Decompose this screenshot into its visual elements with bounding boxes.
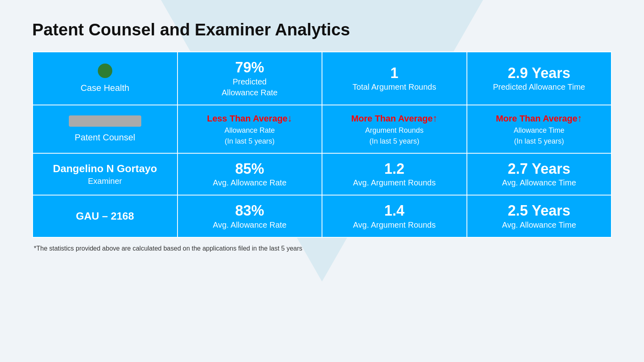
allowance-time-value: 2.9 Years xyxy=(475,65,603,81)
gau-rounds-label: Avg. Argument Rounds xyxy=(330,220,458,230)
examiner-rounds-value: 1.2 xyxy=(330,161,458,177)
gau-time-value: 2.5 Years xyxy=(475,203,603,219)
gau-cell: GAU – 2168 xyxy=(33,195,178,237)
examiner-rounds-label: Avg. Argument Rounds xyxy=(330,178,458,187)
gau-allowance-rate-cell: 83% Avg. Allowance Rate xyxy=(178,195,322,237)
allowance-rate-sub1: Allowance Rate xyxy=(186,126,314,135)
gau-time-label: Avg. Allowance Time xyxy=(475,220,603,230)
argument-rounds-sub1: Argument Rounds xyxy=(330,126,458,135)
gau-allowance-value: 83% xyxy=(186,203,314,219)
total-argument-rounds-cell: 1 Total Argument Rounds xyxy=(322,52,467,105)
case-health-label: Case Health xyxy=(41,83,169,93)
allowance-rate-value: 79% xyxy=(186,60,314,76)
allowance-rate-line1: Predicted xyxy=(186,77,314,86)
allowance-time-label: Predicted Allowance Time xyxy=(475,82,603,92)
examiner-row: Dangelino N Gortayo Examiner 85% Avg. Al… xyxy=(33,153,611,195)
examiner-allowance-label: Avg. Allowance Rate xyxy=(186,178,314,187)
gau-title: GAU – 2168 xyxy=(41,210,169,222)
argument-rounds-value: 1 xyxy=(330,65,458,81)
allowance-time-comparison: More Than Average xyxy=(496,113,582,123)
counsel-allowance-rate-cell: Less Than Average Allowance Rate (In las… xyxy=(178,105,322,153)
allowance-time-sub2: (In last 5 years) xyxy=(475,137,603,146)
gau-allowance-label: Avg. Allowance Rate xyxy=(186,220,314,230)
examiner-time-label: Avg. Allowance Time xyxy=(475,178,603,187)
gau-allowance-time-cell: 2.5 Years Avg. Allowance Time xyxy=(467,195,612,237)
examiner-name: Dangelino N Gortayo xyxy=(41,162,169,175)
gau-row: GAU – 2168 83% Avg. Allowance Rate 1.4 A… xyxy=(33,195,611,237)
counsel-argument-rounds-cell: More Than Average Argument Rounds (In la… xyxy=(322,105,467,153)
argument-rounds-comparison: More Than Average xyxy=(351,113,438,123)
allowance-time-sub1: Allowance Time xyxy=(475,126,603,135)
case-health-cell: Case Health xyxy=(33,52,178,105)
examiner-allowance-time-cell: 2.7 Years Avg. Allowance Time xyxy=(467,153,612,195)
argument-rounds-sub2: (In last 5 years) xyxy=(330,137,458,146)
examiner-allowance-rate-cell: 85% Avg. Allowance Rate xyxy=(178,153,322,195)
counsel-allowance-time-cell: More Than Average Allowance Time (In las… xyxy=(467,105,612,153)
examiner-label: Examiner xyxy=(41,177,169,186)
predicted-allowance-time-cell: 2.9 Years Predicted Allowance Time xyxy=(467,52,612,105)
analytics-table: Case Health 79% Predicted Allowance Rate… xyxy=(32,51,612,238)
examiner-allowance-value: 85% xyxy=(186,161,314,177)
patent-counsel-cell: Patent Counsel xyxy=(33,105,178,153)
health-indicator xyxy=(98,64,112,78)
gau-argument-rounds-cell: 1.4 Avg. Argument Rounds xyxy=(322,195,467,237)
footnote: *The statistics provided above are calcu… xyxy=(32,245,612,252)
metrics-row: Case Health 79% Predicted Allowance Rate… xyxy=(33,52,611,105)
examiner-argument-rounds-cell: 1.2 Avg. Argument Rounds xyxy=(322,153,467,195)
predicted-allowance-rate-cell: 79% Predicted Allowance Rate xyxy=(178,52,322,105)
argument-rounds-label: Total Argument Rounds xyxy=(330,82,458,92)
patent-counsel-label: Patent Counsel xyxy=(41,132,169,143)
allowance-rate-line2: Allowance Rate xyxy=(186,88,314,97)
counsel-comparison-row: Patent Counsel Less Than Average Allowan… xyxy=(33,105,611,153)
allowance-rate-sub2: (In last 5 years) xyxy=(186,137,314,146)
allowance-rate-comparison: Less Than Average xyxy=(207,113,292,123)
examiner-time-value: 2.7 Years xyxy=(475,161,603,177)
gau-rounds-value: 1.4 xyxy=(330,203,458,219)
counsel-name-bar xyxy=(69,115,141,127)
page-title: Patent Counsel and Examiner Analytics xyxy=(32,20,612,39)
examiner-name-cell: Dangelino N Gortayo Examiner xyxy=(33,153,178,195)
